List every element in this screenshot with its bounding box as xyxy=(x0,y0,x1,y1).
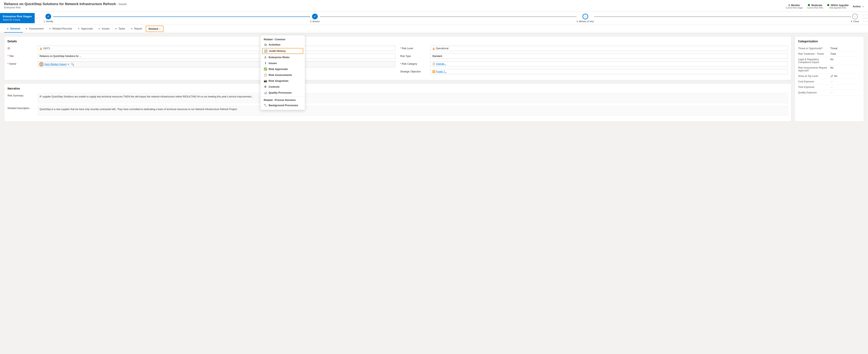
form-row-id: ID 🔒 01071 xyxy=(7,46,395,51)
status-chevron-icon[interactable]: ⌄ xyxy=(862,5,864,8)
owner-label: Owner xyxy=(7,61,36,65)
tab-related-records[interactable]: ► Related Records xyxy=(46,25,75,33)
page-header: Reliance on QuickStep Solutions for Netw… xyxy=(0,0,868,11)
cat-row-legal-regulatory: Legal & Regulatory Compliance Impact No xyxy=(798,57,861,65)
dropdown-item-quality-processes[interactable]: 📊 Quality Processes xyxy=(260,90,305,96)
tab-arrow-approvals: ► xyxy=(78,28,80,30)
stage-circle-close: ○ xyxy=(852,14,858,19)
tab-arrow-assessment: ► xyxy=(26,28,28,30)
risk-summary-text[interactable]: IF supplier QuickStep Solutions are unab… xyxy=(38,93,788,103)
tab-issues[interactable]: ► Issues xyxy=(96,25,112,33)
dropdown-item-enterprise-risks[interactable]: ⚠ Enterprise Risks xyxy=(260,54,305,60)
dropdown-item-risk-snapshots[interactable]: 📸 Risk Snapshots xyxy=(260,78,305,84)
cat-row-time-exposure: Time Exposure --- xyxy=(798,84,861,90)
stage-step-assess[interactable]: ✓ 2. Assess xyxy=(310,14,320,23)
risk-level-lock-icon: 🔒 xyxy=(432,47,435,50)
top-level-link-icon: 🔗 xyxy=(830,75,833,77)
risk-summary-label: Risk Summary xyxy=(7,93,36,97)
cat-row-cost-exposure: Cost Exposure --- xyxy=(798,79,861,84)
narrative-risk-summary-row: Risk Summary IF supplier QuickStep Solut… xyxy=(7,93,788,103)
strategic-objective-link[interactable]: Foster T... xyxy=(436,70,447,73)
form-row-risk-level: Risk Level 🔒 Operational xyxy=(400,46,788,51)
title-label: Title xyxy=(7,54,36,58)
owner-search-button[interactable]: 🔍 xyxy=(70,63,75,66)
cat-row-risk-assessments-approval: Risk Assessments Require Approval? No xyxy=(798,65,861,73)
owner-value: GR Gero Renker (Away) ✕ 🔍 xyxy=(38,61,395,67)
appetite-dot xyxy=(827,4,829,6)
details-title: Details xyxy=(7,40,788,43)
stage-step-monitor[interactable]: ○ 3. Monitor (2 Hrs) xyxy=(577,14,594,23)
cat-row-show-top-level: Show at Top Level 🔗No xyxy=(798,73,861,79)
title-value[interactable] xyxy=(38,54,395,59)
strategic-objective-field[interactable]: 🔀 Foster T... xyxy=(430,69,788,74)
risk-category-link[interactable]: Operati... xyxy=(436,63,446,65)
form-row-risk-type: Risk Type xyxy=(400,54,788,59)
stage-label-box: Enterprise Risk Stages Active for 2 hour… xyxy=(0,13,35,23)
dropdown-item-background-processes[interactable]: 🔧 Background Processes xyxy=(260,102,305,108)
risk-snapshots-icon: 📸 xyxy=(264,79,267,82)
left-panel: Details ID 🔒 01071 Title xyxy=(4,36,792,122)
risk-approvals-icon: ✅ xyxy=(264,68,267,71)
dropdown-item-risk-assessments[interactable]: 📋 Risk Assessments xyxy=(260,72,305,78)
nav-tabs: ► General ► Assessment ► Related Records… xyxy=(0,25,868,33)
related-chevron-icon: ⌄ xyxy=(159,28,161,30)
stage-circle-identify: ✓ xyxy=(45,14,51,19)
risk-type-label: Risk Type xyxy=(400,54,429,58)
dropdown-item-controls[interactable]: ⚙ Controls xyxy=(260,84,305,90)
background-processes-icon: 🔧 xyxy=(264,104,267,107)
main-content: Details ID 🔒 01071 Title xyxy=(0,33,868,125)
dropdown-item-activities[interactable]: 🗂 Activities xyxy=(260,42,305,47)
dropdown-item-issues[interactable]: ℹ Issues xyxy=(260,60,305,66)
tab-general[interactable]: ► General xyxy=(4,25,23,33)
stage-line-1 xyxy=(53,16,310,17)
header-right: 3. Monitor Current Risk Stage Moderate C… xyxy=(786,4,864,9)
tab-arrow-tasks: ► xyxy=(115,28,117,30)
risk-type-value[interactable] xyxy=(430,54,788,59)
title-input[interactable] xyxy=(38,54,395,59)
moderate-dot xyxy=(808,4,810,6)
current-risk-rag-meta: Moderate Current Risk RAG xyxy=(807,4,823,9)
stage-line-3 xyxy=(594,16,851,17)
quality-processes-icon: 📊 xyxy=(264,91,267,94)
detailed-desc-text[interactable]: QuickStep is a new supplier that we have… xyxy=(38,106,788,116)
tab-assessment[interactable]: ► Assessment xyxy=(23,25,46,33)
related-dropdown: Related - Common 🗂 Activities 🔄 Audit Hi… xyxy=(260,35,305,110)
risk-category-value: 📋 Operati... xyxy=(430,61,788,67)
stage-step-close[interactable]: ○ 4. Close xyxy=(851,14,859,23)
enterprise-risks-icon: ⚠ xyxy=(264,56,267,59)
detailed-desc-label: Detailed Description xyxy=(7,106,36,110)
dropdown-item-audit-history[interactable]: 🔄 Audit History xyxy=(262,48,303,54)
id-label: ID xyxy=(7,46,36,50)
strategic-objective-label: Strategic Objective xyxy=(400,69,429,73)
risk-category-label: Risk Category xyxy=(400,61,429,65)
narrative-detailed-desc-row: Detailed Description QuickStep is a new … xyxy=(7,106,788,116)
risk-category-field[interactable]: 📋 Operati... xyxy=(430,61,788,67)
owner-remove-button[interactable]: ✕ xyxy=(67,63,69,66)
active-status: Active ⌄ xyxy=(853,5,864,8)
details-left-col: ID 🔒 01071 Title xyxy=(7,46,395,77)
stage-step-identify[interactable]: ✓ 1. Identify xyxy=(43,14,53,23)
tab-related[interactable]: Related ⌄ Related - Common 🗂 Activities … xyxy=(146,26,163,32)
activities-icon: 🗂 xyxy=(264,43,267,46)
tab-arrow-general: ► xyxy=(7,28,9,30)
current-risk-stage-meta: 3. Monitor Current Risk Stage xyxy=(786,4,803,9)
owner-name[interactable]: Gero Renker (Away) xyxy=(44,63,67,66)
page-title: Reliance on QuickStep Solutions for Netw… xyxy=(4,2,127,6)
owner-avatar: GR xyxy=(39,62,43,67)
form-row-owner: Owner GR Gero Renker (Away) ✕ 🔍 xyxy=(7,61,395,67)
tab-arrow-issues: ► xyxy=(99,28,101,30)
header-title-area: Reliance on QuickStep Solutions for Netw… xyxy=(4,2,127,10)
strategic-objective-icon: 🔀 xyxy=(432,70,435,73)
tab-approvals[interactable]: ► Approvals xyxy=(75,25,96,33)
form-row-strategic-objective: Strategic Objective 🔀 Foster T... xyxy=(400,69,788,74)
form-row-risk-category: Risk Category 📋 Operati... xyxy=(400,61,788,67)
risk-category-icon: 📋 xyxy=(432,63,435,65)
stage-next-button[interactable]: › xyxy=(863,15,868,22)
tab-tasks[interactable]: ► Tasks xyxy=(112,25,128,33)
risk-level-field: 🔒 Operational xyxy=(430,46,788,51)
stage-prev-button[interactable]: ‹ xyxy=(35,15,39,22)
tab-report[interactable]: ► Report xyxy=(128,25,145,33)
risk-type-input[interactable] xyxy=(430,54,788,59)
dropdown-item-risk-approvals[interactable]: ✅ Risk Approvals xyxy=(260,66,305,72)
stage-circle-monitor: ○ xyxy=(583,14,588,19)
